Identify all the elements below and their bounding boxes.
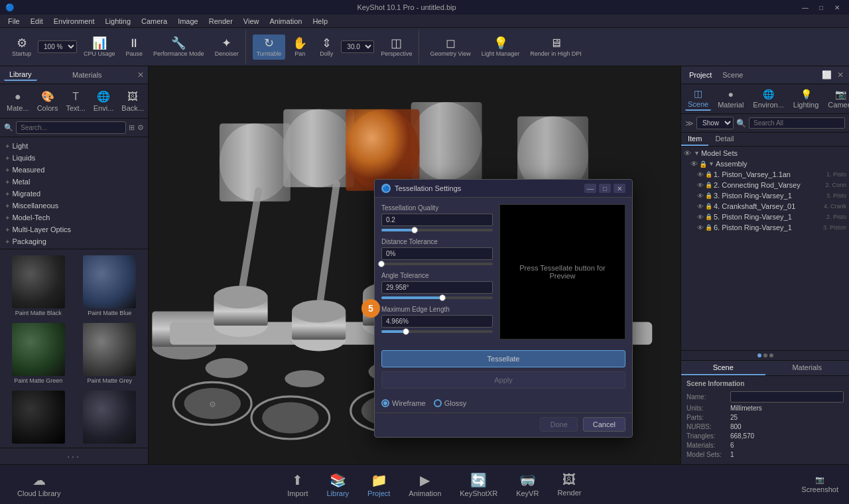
dot-3[interactable] [769, 353, 773, 357]
scene-filter-dropdown[interactable]: Show [696, 117, 734, 129]
scene-crankshaft[interactable]: 👁 🔒 4. Crankshaft_Varsey_01 4. Crank [681, 201, 849, 212]
apply-button[interactable]: Apply [381, 371, 625, 389]
eye-icon[interactable]: 👁 [697, 192, 704, 200]
menu-view[interactable]: View [238, 16, 265, 27]
lib-icon-back[interactable]: 🖼 Back... [117, 89, 148, 114]
tab-scene-right[interactable]: Scene [718, 70, 747, 80]
tree-item-model-tech[interactable]: + Model-Tech [0, 212, 148, 223]
lock-icon[interactable]: 🔒 [705, 203, 712, 210]
eye-icon[interactable]: 👁 [697, 203, 704, 210]
lib-icon-text[interactable]: T Text... [62, 89, 89, 114]
keyshotxr-btn[interactable]: 🔄 KeyShotXR [453, 470, 504, 500]
tree-item-multilayer[interactable]: + Multi-Layer Optics [0, 223, 148, 235]
mat-cell-4[interactable] [4, 389, 73, 447]
tess-maximize-btn[interactable]: □ [599, 184, 611, 193]
sm-tab-materials[interactable]: Materials [765, 361, 850, 375]
lock-icon[interactable]: 🔒 [705, 182, 712, 188]
scene-piston-ring1[interactable]: 👁 🔒 3. Piston Ring-Varsey_1 3. Pisto [681, 190, 849, 201]
zoom-dropdown[interactable]: 100 % 75 % 50 % [38, 40, 77, 53]
tree-item-misc[interactable]: + Miscellaneous [0, 200, 148, 212]
tess-maxedge-input[interactable] [381, 315, 493, 328]
tree-item-measured[interactable]: + Measured [0, 164, 148, 176]
mat-cell-1[interactable]: Paint Matte Blue [76, 253, 145, 318]
toolbar-dolly[interactable]: ⇕ Dolly [314, 34, 338, 60]
tree-item-light[interactable]: + Light [0, 140, 148, 152]
scene-tab-scene[interactable]: ◫ Scene [685, 87, 711, 111]
tab-item[interactable]: Item [681, 133, 708, 146]
project-btn[interactable]: 📁 Project [361, 470, 397, 500]
menu-environment[interactable]: Environment [48, 16, 100, 27]
lib-view-icon[interactable]: ⊞ [129, 123, 135, 132]
tab-library[interactable]: Library [4, 69, 37, 81]
tess-distance-input[interactable] [381, 247, 493, 260]
done-button[interactable]: Done [540, 417, 577, 432]
scene-tab-environ[interactable]: 🌐 Environ... [750, 88, 786, 110]
toolbar-turntable[interactable]: ↻ Turntable [253, 34, 286, 60]
center-3d-view[interactable]: ⚙ 5 🔵 Tessellation Settings — □ ✕ [149, 66, 681, 464]
menu-image[interactable]: Image [172, 16, 204, 27]
toolbar-perspective[interactable]: ◫ Perspective [377, 34, 416, 60]
eye-icon[interactable]: 👁 [697, 214, 704, 221]
close-button[interactable]: ✕ [830, 3, 844, 12]
dot-1[interactable] [757, 353, 761, 357]
tess-minimize-btn[interactable]: — [584, 184, 596, 193]
tree-item-liquids[interactable]: + Liquids [0, 152, 148, 164]
toolbar-render-high-dpi[interactable]: 🖥 Render in High DPI [526, 34, 586, 60]
dot-2[interactable] [763, 353, 767, 357]
scene-connecting-rod[interactable]: 👁 🔒 2. Connecting Rod_Varsey 2. Conn [681, 180, 849, 190]
menu-camera[interactable]: Camera [136, 16, 172, 27]
tess-quality-slider[interactable] [381, 229, 493, 231]
toolbar-geometry-view[interactable]: ◻ Geometry View [426, 34, 474, 60]
tab-project[interactable]: Project [685, 70, 716, 80]
expand-tree-btn[interactable]: ≫ [685, 119, 694, 128]
fov-dropdown[interactable]: 30.0 45.0 60.0 [341, 40, 374, 53]
eye-icon[interactable]: 👁 [684, 149, 691, 157]
render-btn[interactable]: 🖼 Render [551, 470, 588, 499]
scene-assembly[interactable]: 👁 🔒 ▼ Assembly [681, 158, 849, 169]
scene-search-input[interactable] [749, 117, 845, 129]
toolbar-pause[interactable]: ⏸ Pause [122, 34, 147, 60]
scene-piston-ring3[interactable]: 👁 🔒 6. Piston Ring-Varsey_1 3. Piston [681, 222, 849, 233]
right-panel-expand[interactable]: ⬜ [820, 69, 833, 81]
right-panel-close[interactable]: ✕ [836, 69, 845, 81]
cloud-library-btn[interactable]: ☁ Cloud Library [11, 470, 67, 500]
mat-cell-0[interactable]: Paint Matte Black [4, 253, 73, 318]
lib-search-input[interactable] [16, 121, 126, 134]
keyvr-btn[interactable]: 🥽 KeyVR [509, 470, 545, 500]
tree-item-metal[interactable]: + Metal [0, 176, 148, 188]
eye-icon[interactable]: 👁 [697, 224, 704, 231]
animation-btn[interactable]: ▶ Animation [402, 470, 448, 500]
lock-icon[interactable]: 🔒 [705, 192, 712, 199]
tess-close-btn[interactable]: ✕ [614, 184, 625, 193]
sm-tab-scene[interactable]: Scene [681, 361, 765, 375]
tess-distance-slider[interactable] [381, 263, 493, 265]
screenshot-btn[interactable]: 📷 Screenshot [801, 475, 838, 493]
tess-maxedge-slider[interactable] [381, 330, 493, 333]
scene-tab-material[interactable]: ● Material [715, 88, 746, 110]
wireframe-radio[interactable]: Wireframe [381, 399, 426, 407]
menu-animation[interactable]: Animation [264, 16, 307, 27]
scene-tab-lighting[interactable]: 💡 Lighting [791, 88, 822, 110]
menu-edit[interactable]: Edit [25, 16, 48, 27]
glossy-radio[interactable]: Glossy [434, 399, 467, 407]
toolbar-denoiser[interactable]: ✦ Denoiser [211, 34, 243, 60]
mat-cell-3[interactable]: Paint Matte Grey [76, 321, 145, 386]
tess-angle-slider[interactable] [381, 296, 493, 299]
cancel-button[interactable]: Cancel [583, 417, 625, 432]
toolbar-performance-mode[interactable]: 🔧 Performance Mode [149, 34, 208, 60]
lock-icon[interactable]: 🔒 [705, 224, 712, 231]
scene-name-input[interactable] [730, 391, 844, 403]
scene-tab-camera[interactable]: 📷 Camera [825, 88, 849, 110]
mat-cell-2[interactable]: Paint Matte Green [4, 321, 73, 386]
toolbar-startup[interactable]: ⚙ Startup [8, 34, 35, 60]
toolbar-light-manager[interactable]: 💡 Light Manager [478, 34, 524, 60]
left-panel-close[interactable]: ✕ [137, 70, 144, 80]
lib-icon-mate[interactable]: ● Mate... [3, 89, 33, 114]
tab-detail[interactable]: Detail [708, 133, 740, 146]
scene-model-sets[interactable]: 👁 ▼ Model Sets [681, 148, 849, 158]
toolbar-pan[interactable]: ✋ Pan [288, 34, 312, 60]
lock-icon[interactable]: 🔒 [705, 171, 712, 178]
eye-icon[interactable]: 👁 [697, 171, 704, 178]
tree-item-packaging[interactable]: + Packaging [0, 235, 148, 247]
lock-icon[interactable]: 🔒 [705, 214, 712, 220]
